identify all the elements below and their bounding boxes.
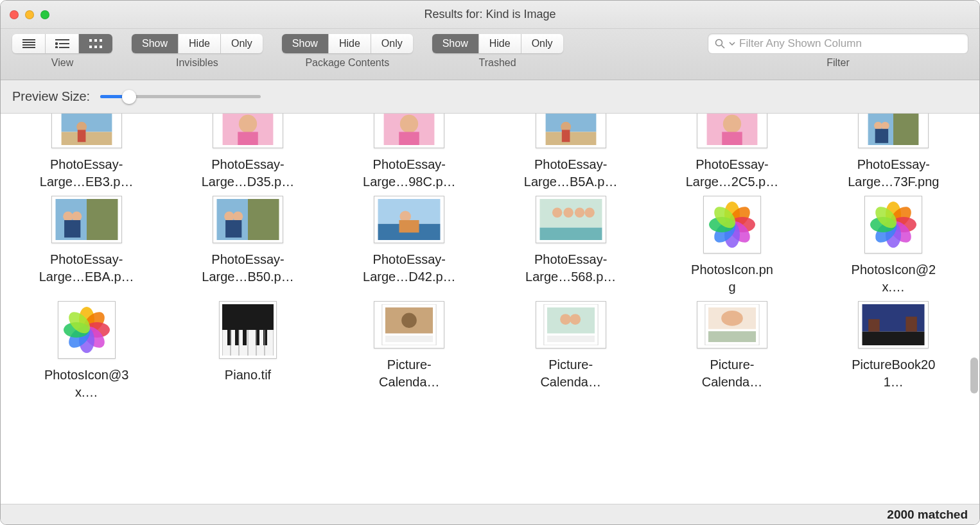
svg-point-56 <box>563 208 573 218</box>
file-item[interactable]: PhotoEssay-Large…73F.png <box>813 114 974 191</box>
view-group: View <box>12 34 112 69</box>
file-thumbnail <box>858 114 929 148</box>
file-label: PhotosIcon.png <box>691 261 773 296</box>
invisibles-show-button[interactable]: Show <box>132 34 179 53</box>
scroll-thumb[interactable] <box>970 357 978 393</box>
file-label: PhotoEssay-Large…73F.png <box>848 156 939 191</box>
filter-group: Filter <box>708 34 968 69</box>
svg-rect-109 <box>708 331 756 342</box>
file-item[interactable]: PhotoEssay-Large…98C.p… <box>329 114 490 191</box>
svg-rect-26 <box>399 132 420 145</box>
svg-point-103 <box>560 314 571 325</box>
preview-size-slider[interactable] <box>100 90 261 103</box>
svg-point-104 <box>570 314 581 325</box>
svg-point-32 <box>723 115 741 133</box>
svg-rect-112 <box>869 319 880 331</box>
file-thumbnail <box>536 301 606 349</box>
traffic-lights <box>10 10 49 19</box>
invisibles-hide-button[interactable]: Hide <box>179 34 221 53</box>
file-label: PhotosIcon@2x.… <box>852 261 936 296</box>
file-item[interactable]: PhotoEssay-Large…EBA.p… <box>6 193 167 296</box>
icon-grid: PhotoEssay-Large…EB3.p…PhotoEssay-Large…… <box>1 114 979 401</box>
package-show-button[interactable]: Show <box>282 34 329 53</box>
file-label: Picture-Calenda… <box>540 356 601 391</box>
file-label: PhotoEssay-Large…568.p… <box>525 251 616 286</box>
minimize-button[interactable] <box>25 10 34 19</box>
view-icons-button[interactable] <box>79 34 112 53</box>
trashed-group: Show Hide Only Trashed <box>432 34 563 69</box>
view-list-button[interactable] <box>12 34 46 53</box>
svg-rect-42 <box>64 220 80 237</box>
window-title: Results for: Kind is Image <box>1 8 979 21</box>
svg-rect-43 <box>87 199 118 240</box>
view-outline-button[interactable] <box>46 34 79 53</box>
file-item[interactable]: PhotoEssay-Large…B50.p… <box>167 193 328 296</box>
filter-label: Filter <box>827 57 850 69</box>
svg-rect-27 <box>545 114 596 132</box>
file-item[interactable]: Picture-Calenda… <box>651 298 812 401</box>
file-thumbnail <box>219 301 277 359</box>
svg-rect-11 <box>100 39 102 42</box>
file-item[interactable]: PhotoEssay-Large…B5A.p… <box>490 114 651 191</box>
svg-point-25 <box>400 115 418 133</box>
file-item[interactable]: Picture-Calenda… <box>329 298 490 401</box>
trashed-only-button[interactable]: Only <box>521 34 563 53</box>
file-item[interactable]: PhotoEssay-Large…568.p… <box>490 193 651 296</box>
svg-point-15 <box>716 40 722 46</box>
file-item[interactable]: PhotosIcon@3x.… <box>6 298 167 401</box>
file-item[interactable]: PictureBook201… <box>813 298 974 401</box>
filter-field-wrap[interactable] <box>708 34 968 53</box>
svg-rect-38 <box>893 114 918 145</box>
package-only-button[interactable]: Only <box>371 34 413 53</box>
outline-icon <box>55 39 69 48</box>
svg-rect-48 <box>248 199 279 240</box>
svg-rect-83 <box>222 304 274 330</box>
file-thumbnail <box>536 196 606 243</box>
file-item[interactable]: Piano.tif <box>167 298 328 401</box>
svg-line-16 <box>722 46 725 49</box>
trashed-segmented: Show Hide Only <box>432 34 563 53</box>
preview-size-bar: Preview Size: <box>1 80 979 114</box>
file-label: Picture-Calenda… <box>702 356 763 391</box>
invisibles-label: Invisibles <box>176 57 218 69</box>
file-label: PhotoEssay-Large…D35.p… <box>202 156 295 191</box>
zoom-button[interactable] <box>40 10 49 19</box>
package-segmented: Show Hide Only <box>282 34 413 53</box>
svg-rect-9 <box>89 39 92 42</box>
svg-rect-20 <box>77 130 85 142</box>
file-item[interactable]: PhotosIcon.png <box>651 193 812 296</box>
svg-rect-86 <box>235 330 239 345</box>
svg-rect-23 <box>238 132 258 145</box>
invisibles-segmented: Show Hide Only <box>132 34 263 53</box>
file-label: PhotoEssay-Large…D42.p… <box>363 251 456 286</box>
package-hide-button[interactable]: Hide <box>329 34 371 53</box>
file-thumbnail <box>697 301 767 349</box>
filter-input[interactable] <box>739 37 961 50</box>
file-thumbnail <box>697 114 767 148</box>
svg-rect-52 <box>399 220 419 232</box>
file-item[interactable]: Picture-Calenda… <box>490 298 651 401</box>
file-thumbnail <box>51 114 122 148</box>
chevron-down-icon <box>729 40 735 47</box>
trashed-show-button[interactable]: Show <box>432 34 479 53</box>
vertical-scrollbar[interactable] <box>969 114 979 504</box>
trashed-hide-button[interactable]: Hide <box>479 34 521 53</box>
svg-point-36 <box>881 122 889 130</box>
file-thumbnail <box>864 196 922 254</box>
invisibles-only-button[interactable]: Only <box>221 34 263 53</box>
svg-point-99 <box>402 313 417 328</box>
toolbar: View Show Hide Only Invisibles Show Hide… <box>1 29 979 80</box>
file-label: PhotoEssay-Large…EB3.p… <box>40 156 134 191</box>
file-thumbnail <box>51 196 122 243</box>
slider-thumb[interactable] <box>122 90 136 104</box>
file-thumbnail <box>374 196 444 243</box>
file-item[interactable]: PhotoEssay-Large…2C5.p… <box>651 114 812 191</box>
file-label: Piano.tif <box>225 366 271 384</box>
close-button[interactable] <box>10 10 19 19</box>
svg-rect-87 <box>243 330 247 345</box>
file-item[interactable]: PhotoEssay-Large…D35.p… <box>167 114 328 191</box>
file-item[interactable]: PhotoEssay-Large…EB3.p… <box>6 114 167 191</box>
file-item[interactable]: PhotosIcon@2x.… <box>813 193 974 296</box>
svg-point-46 <box>233 211 243 221</box>
file-item[interactable]: PhotoEssay-Large…D42.p… <box>329 193 490 296</box>
